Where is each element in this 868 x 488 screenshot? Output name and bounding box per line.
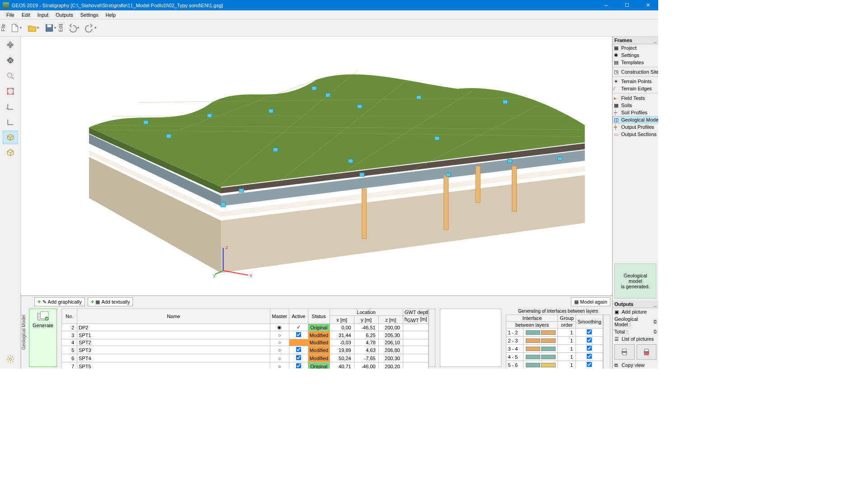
output-total-count: Total :0 bbox=[613, 328, 658, 335]
viewport-3d[interactable]: z x y bbox=[21, 37, 612, 296]
toolbar-group-file: File bbox=[1, 23, 6, 32]
axes-tool[interactable] bbox=[3, 100, 18, 113]
svg-rect-19 bbox=[208, 114, 212, 117]
frames-geological-model[interactable]: ◫Geological Model bbox=[613, 116, 658, 123]
svg-rect-26 bbox=[358, 105, 362, 108]
window-titlebar: GEO5 2019 - Stratigraphy [C:\_Stahovat\S… bbox=[0, 0, 658, 10]
table-row[interactable]: 4SPT2○Modified-0,034,78206,10 bbox=[62, 339, 429, 346]
fit-tool[interactable] bbox=[3, 84, 18, 98]
svg-rect-16 bbox=[512, 166, 517, 212]
interface-row[interactable]: 5 - 61 bbox=[506, 361, 603, 369]
table-row[interactable]: 6SPT4○Modified50,24-7,65200,30 bbox=[62, 354, 429, 362]
svg-rect-14 bbox=[444, 175, 448, 230]
add-graphically-button[interactable]: +✎ Add graphically bbox=[34, 297, 85, 306]
table-scrollbar[interactable] bbox=[429, 309, 436, 367]
interfaces-scrollbar[interactable] bbox=[603, 314, 610, 369]
frames-soils[interactable]: ▦Soils bbox=[613, 102, 658, 109]
minimize-button[interactable]: ─ bbox=[596, 0, 617, 10]
frames-field-tests[interactable]: ▸Field Tests bbox=[613, 94, 658, 102]
add-textually-button[interactable]: +▦ Add textually bbox=[88, 297, 133, 306]
settings-tool[interactable] bbox=[3, 352, 18, 366]
frames-construction-site[interactable]: ◳Construction Site bbox=[613, 68, 658, 75]
print-button[interactable] bbox=[614, 344, 635, 360]
frames-settings[interactable]: ✱Settings bbox=[613, 52, 658, 59]
pan-tool[interactable] bbox=[3, 38, 18, 52]
table-row[interactable]: 3SPT1○Modified31,446,25205,30 bbox=[62, 331, 429, 339]
box-view-tool-2[interactable] bbox=[3, 146, 18, 160]
close-button[interactable]: ✕ bbox=[637, 0, 658, 10]
table-row[interactable]: 5SPT3○Modified19,894,63206,80 bbox=[62, 346, 429, 354]
menu-input[interactable]: Input bbox=[34, 11, 52, 19]
rotate-tool[interactable] bbox=[3, 54, 18, 67]
interface-row[interactable]: 3 - 41 bbox=[506, 345, 603, 353]
generate-label: Generate bbox=[33, 323, 53, 328]
svg-rect-22 bbox=[273, 148, 278, 151]
app-icon bbox=[3, 2, 9, 9]
frames-minimize[interactable]: _ bbox=[654, 38, 656, 43]
frames-terrain-points[interactable]: ✶Terrain Points bbox=[613, 78, 658, 85]
svg-rect-20 bbox=[239, 189, 244, 192]
svg-rect-27 bbox=[360, 173, 364, 177]
svg-rect-49 bbox=[645, 353, 648, 355]
svg-text:y: y bbox=[213, 272, 216, 278]
bottom-tab-geological-model[interactable]: Geological Model bbox=[21, 296, 27, 369]
toolbar-group-edit: Edit bbox=[58, 23, 63, 33]
svg-rect-30 bbox=[446, 173, 451, 177]
axes-tool-2[interactable] bbox=[3, 115, 18, 129]
interfaces-title: Generating of interfaces between layers bbox=[506, 309, 610, 314]
main-toolbar: File ▾ ▾ ▾ Edit ▾ ▾ bbox=[0, 19, 658, 37]
model-again-button[interactable]: ▦ Model again bbox=[571, 297, 610, 306]
add-picture-button[interactable]: ▣Add picture bbox=[613, 308, 658, 315]
open-file-button[interactable]: ▾ bbox=[24, 21, 40, 35]
output-gm-count: Geological Model :0 bbox=[613, 315, 658, 328]
svg-point-5 bbox=[9, 358, 11, 361]
frames-panel: Frames_ ▦Project ✱Settings ▤Templates ◳C… bbox=[612, 37, 658, 369]
svg-rect-46 bbox=[623, 353, 626, 355]
preview-panel bbox=[440, 309, 501, 367]
bottom-toolbar: +✎ Add graphically +▦ Add textually ▦ Mo… bbox=[27, 296, 612, 308]
frames-project[interactable]: ▦Project bbox=[613, 44, 658, 52]
generate-button[interactable]: Generate bbox=[29, 309, 57, 367]
interface-row[interactable]: 2 - 31 bbox=[506, 337, 603, 345]
list-of-pictures-button[interactable]: ☰List of pictures bbox=[613, 335, 658, 343]
svg-rect-45 bbox=[623, 349, 626, 351]
frames-output-profiles[interactable]: ┿Output Profiles bbox=[613, 123, 658, 131]
frames-soil-profiles[interactable]: ┿Soil Profiles bbox=[613, 109, 658, 116]
status-box: Geological modelis generated. bbox=[614, 263, 656, 299]
svg-rect-1 bbox=[47, 24, 51, 27]
redo-button[interactable]: ▾ bbox=[81, 21, 98, 35]
menu-help[interactable]: Help bbox=[102, 11, 119, 19]
table-row[interactable]: 7SPT5○Original40,71-46,00200,20 bbox=[62, 362, 429, 369]
window-title: GEO5 2019 - Stratigraphy [C:\_Stahovat\S… bbox=[12, 3, 596, 8]
frames-templates[interactable]: ▤Templates bbox=[613, 59, 658, 66]
interfaces-table[interactable]: InterfaceGroupSmoothing between layersor… bbox=[506, 314, 610, 369]
svg-point-3 bbox=[7, 73, 12, 77]
menu-outputs[interactable]: Outputs bbox=[52, 11, 77, 19]
maximize-button[interactable]: ☐ bbox=[617, 0, 637, 10]
svg-rect-25 bbox=[348, 159, 353, 163]
svg-rect-17 bbox=[144, 121, 148, 124]
svg-rect-48 bbox=[645, 349, 648, 351]
box-view-tool[interactable] bbox=[3, 131, 18, 144]
new-file-button[interactable]: ▾ bbox=[7, 21, 23, 35]
zoom-tool[interactable] bbox=[3, 69, 18, 83]
menu-file[interactable]: File bbox=[3, 11, 18, 19]
frames-output-sections[interactable]: ▭Output Sections bbox=[613, 131, 658, 138]
copy-view-button[interactable]: ⧉Copy view bbox=[613, 361, 658, 369]
menu-edit[interactable]: Edit bbox=[18, 11, 34, 19]
svg-rect-18 bbox=[166, 134, 171, 138]
svg-rect-15 bbox=[476, 166, 480, 202]
boreholes-table[interactable]: No. Name Master Active Status Location G… bbox=[61, 309, 435, 367]
table-row[interactable]: 2DP2◉✓Original0,00-46,51200,00 bbox=[62, 324, 429, 331]
interface-row[interactable]: 1 - 21 bbox=[506, 328, 603, 337]
outputs-minimize[interactable]: _ bbox=[654, 301, 656, 307]
svg-line-36 bbox=[223, 271, 248, 275]
frames-terrain-edges[interactable]: ⁄Terrain Edges bbox=[613, 85, 658, 92]
outputs-header: Outputs bbox=[614, 301, 633, 307]
svg-rect-31 bbox=[503, 100, 508, 104]
menu-settings[interactable]: Settings bbox=[77, 11, 102, 19]
interface-row[interactable]: 4 - 51 bbox=[506, 353, 603, 361]
print-color-button[interactable] bbox=[637, 344, 657, 360]
undo-button[interactable]: ▾ bbox=[64, 21, 80, 35]
save-file-button[interactable]: ▾ bbox=[41, 21, 57, 35]
